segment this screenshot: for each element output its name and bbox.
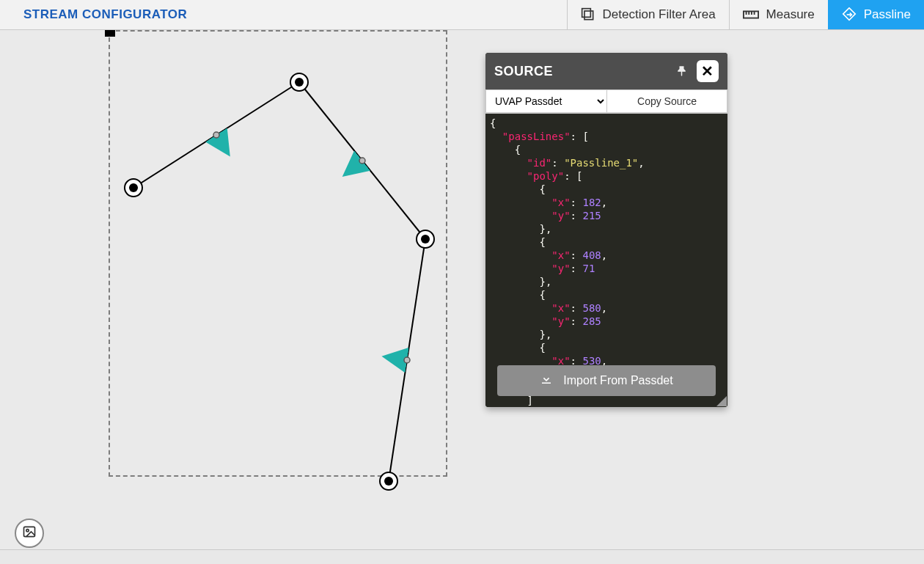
background-image-button[interactable] [15,519,44,548]
svg-point-22 [295,78,304,87]
svg-line-15 [351,161,362,170]
svg-line-12 [389,239,425,481]
svg-line-17 [392,358,407,360]
svg-point-19 [125,179,142,197]
svg-point-14 [213,132,219,138]
selection-frame [109,30,447,477]
image-icon [22,524,37,542]
svg-point-23 [417,230,434,248]
svg-rect-0 [584,11,593,20]
download-icon [540,373,553,389]
source-panel-title: SOURCE [494,64,553,79]
svg-point-16 [359,158,365,164]
svg-line-10 [133,82,299,188]
svg-rect-7 [843,8,854,20]
resize-handle[interactable] [716,396,727,406]
pin-icon[interactable] [676,65,689,78]
svg-line-13 [216,135,224,147]
detection-filter-icon [581,7,595,22]
svg-point-28 [26,530,29,532]
svg-rect-1 [582,9,590,18]
svg-point-20 [129,183,138,192]
canvas-area[interactable] [0,30,924,549]
app-title: STREAM CONFIGURATOR [0,0,199,29]
import-button[interactable]: Import From Passdet [497,365,716,396]
svg-point-18 [404,357,410,363]
detection-filter-button[interactable]: Detection Filter Area [567,0,729,29]
svg-rect-27 [24,527,35,536]
source-code-view[interactable]: { "passLines": [ { "id": "Passline_1", "… [485,114,727,407]
source-panel-toolbar: UVAP Passdet Copy Source [485,89,727,114]
measure-label: Measure [766,7,815,22]
svg-point-25 [380,472,397,490]
svg-point-24 [421,235,430,243]
source-panel-header[interactable]: SOURCE ✕ [485,53,727,89]
source-format-select[interactable]: UVAP Passdet [485,89,606,113]
ruler-icon [743,7,759,22]
status-bar [0,549,924,564]
passline-label: Passline [864,7,911,22]
svg-point-26 [384,477,393,486]
svg-line-11 [299,82,425,239]
svg-point-21 [290,73,308,91]
copy-source-button[interactable]: Copy Source [606,89,727,113]
detection-filter-label: Detection Filter Area [603,7,716,22]
import-button-label: Import From Passdet [563,374,672,387]
top-toolbar: STREAM CONFIGURATOR Detection Filter Are… [0,0,924,30]
passline-icon [842,7,857,22]
source-panel[interactable]: SOURCE ✕ UVAP Passdet Copy Source { "pas… [485,53,727,407]
close-icon[interactable]: ✕ [697,60,719,82]
passline-button[interactable]: Passline [828,0,924,29]
measure-button[interactable]: Measure [729,0,828,29]
